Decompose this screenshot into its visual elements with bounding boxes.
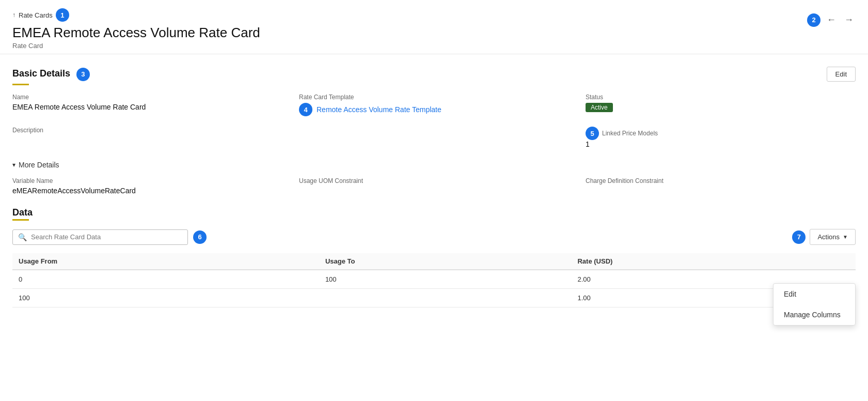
search-badge: 6	[193, 230, 207, 244]
chevron-icon: ▾	[12, 161, 15, 168]
variable-name-field: Variable Name eMEARemoteAccessVolumeRate…	[12, 177, 282, 195]
rate-card-template-label: Rate Card Template	[299, 94, 569, 101]
status-badge: Active	[586, 103, 613, 112]
rate-card-template-value-row: 4 Remote Access Volume Rate Template	[299, 103, 569, 116]
usage-uom-field: Usage UOM Constraint	[299, 177, 569, 195]
data-table: Usage FromUsage ToRate (USD) 01002.00100…	[12, 253, 856, 307]
page-container: ↑ Rate Cards 1 EMEA Remote Access Volume…	[0, 0, 868, 401]
usage-uom-label: Usage UOM Constraint	[299, 177, 569, 184]
breadcrumb-row: ↑ Rate Cards 1	[12, 8, 260, 22]
name-label: Name	[12, 94, 282, 101]
actions-badge: 7	[792, 230, 806, 244]
variable-fields-grid: Variable Name eMEARemoteAccessVolumeRate…	[12, 177, 856, 195]
status-field: Status Active	[586, 94, 856, 116]
table-cell: 0	[12, 270, 319, 289]
empty-middle	[299, 127, 569, 148]
basic-fields-grid: Name EMEA Remote Access Volume Rate Card…	[12, 94, 856, 148]
basic-details-title-group: Basic Details 3	[12, 68, 90, 81]
table-row: 01002.00	[12, 270, 856, 289]
description-field: Description	[12, 127, 282, 148]
basic-details-underline	[12, 84, 29, 85]
linked-price-models-value: 1	[586, 140, 856, 148]
search-box: 🔍	[12, 229, 188, 245]
linked-price-models-badge: 5	[586, 127, 599, 140]
header-right: 2 ← →	[807, 8, 856, 27]
breadcrumb-badge: 1	[56, 8, 69, 22]
table-cell: 100	[319, 270, 572, 289]
charge-def-label: Charge Definition Constraint	[586, 177, 856, 184]
name-value: EMEA Remote Access Volume Rate Card	[12, 103, 282, 111]
status-label: Status	[586, 94, 856, 101]
more-details-toggle[interactable]: ▾ More Details	[12, 161, 856, 169]
col-header: Usage To	[319, 253, 572, 270]
actions-label: Actions	[817, 233, 840, 241]
rate-card-template-value[interactable]: Remote Access Volume Rate Template	[317, 105, 441, 114]
header: ↑ Rate Cards 1 EMEA Remote Access Volume…	[0, 0, 868, 54]
rate-card-template-label-text: Rate Card Template	[299, 94, 354, 101]
variable-name-value: eMEARemoteAccessVolumeRateCard	[12, 187, 282, 195]
search-icon: 🔍	[18, 233, 27, 241]
variable-name-label: Variable Name	[12, 177, 282, 184]
table-body: 01002.001001.00	[12, 270, 856, 307]
dropdown-arrow-icon: ▼	[843, 234, 848, 240]
more-details-label: More Details	[19, 161, 59, 169]
table-cell: 100	[12, 289, 319, 307]
actions-button[interactable]: Actions ▼	[810, 229, 856, 245]
basic-details-title: Basic Details	[12, 68, 70, 78]
actions-dropdown-menu: Edit Manage Columns	[773, 283, 856, 326]
linked-price-models-label: Linked Price Models	[602, 130, 658, 137]
data-section-underline	[12, 219, 29, 221]
dropdown-edit-item[interactable]: Edit	[774, 284, 855, 304]
name-field: Name EMEA Remote Access Volume Rate Card	[12, 94, 282, 116]
table-head: Usage FromUsage ToRate (USD)	[12, 253, 856, 270]
nav-badge: 2	[807, 13, 820, 27]
linked-price-models-field: 5 Linked Price Models 1	[586, 127, 856, 148]
search-row: 🔍 6 7 Actions ▼	[12, 229, 856, 245]
search-group: 🔍 6	[12, 229, 207, 245]
page-subtitle: Rate Card	[12, 42, 260, 50]
basic-details-badge: 3	[76, 68, 90, 81]
page-title: EMEA Remote Access Volume Rate Card	[12, 25, 260, 41]
table-header-row: Usage FromUsage ToRate (USD)	[12, 253, 856, 270]
description-label: Description	[12, 127, 282, 134]
data-section-title: Data	[12, 207, 856, 218]
col-header: Rate (USD)	[571, 253, 856, 270]
data-section: Data 🔍 6 7 Actions ▼	[12, 207, 856, 307]
col-header: Usage From	[12, 253, 319, 270]
rate-card-template-field: Rate Card Template 4 Remote Access Volum…	[299, 94, 569, 116]
rate-card-template-badge: 4	[299, 103, 312, 116]
breadcrumb-up-arrow: ↑	[12, 11, 15, 19]
table-row: 1001.00	[12, 289, 856, 307]
basic-details-header: Basic Details 3 Edit	[12, 67, 856, 82]
dropdown-manage-columns-item[interactable]: Manage Columns	[774, 304, 855, 325]
basic-details-edit-button[interactable]: Edit	[827, 67, 856, 82]
linked-price-models-label-row: 5 Linked Price Models	[586, 127, 856, 140]
header-left: ↑ Rate Cards 1 EMEA Remote Access Volume…	[12, 8, 260, 50]
actions-group: 7 Actions ▼	[792, 229, 856, 245]
charge-def-field: Charge Definition Constraint	[586, 177, 856, 195]
search-input[interactable]	[31, 233, 182, 241]
main-content: Basic Details 3 Edit Name EMEA Remote Ac…	[0, 54, 868, 332]
prev-button[interactable]: ←	[825, 12, 838, 27]
next-button[interactable]: →	[842, 12, 856, 27]
basic-details-section: Basic Details 3 Edit Name EMEA Remote Ac…	[12, 67, 856, 148]
table-cell	[319, 289, 572, 307]
breadcrumb-link[interactable]: Rate Cards	[19, 11, 53, 19]
